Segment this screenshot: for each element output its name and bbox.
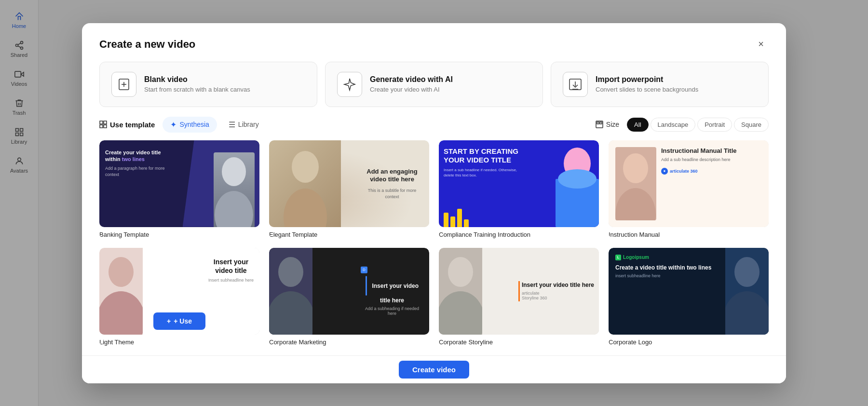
generate-ai-option[interactable]: Generate video with AI Create your video… — [325, 62, 543, 107]
tab-synthesia[interactable]: ✦ Synthesia — [163, 117, 217, 133]
svg-rect-21 — [104, 125, 107, 128]
size-button[interactable]: Size — [596, 121, 619, 128]
filter-portrait[interactable]: Portrait — [697, 118, 732, 132]
template-label-light: Light Theme — [99, 335, 259, 346]
template-thumb-navy: L Logoipsum Create a video title within … — [609, 248, 769, 335]
template-thumb-corporate: Insert your video title here articulateS… — [439, 248, 599, 335]
library-icon: ☰ — [229, 120, 235, 129]
svg-point-35 — [99, 291, 143, 335]
import-ppt-option[interactable]: Import powerpoint Convert slides to scen… — [551, 62, 769, 107]
svg-rect-18 — [100, 121, 103, 124]
ai-generate-icon — [337, 72, 362, 97]
import-ppt-title: Import powerpoint — [596, 75, 698, 84]
create-video-button[interactable]: Create video — [399, 361, 469, 379]
svg-rect-19 — [104, 121, 107, 124]
plus-icon: + — [167, 317, 171, 325]
import-ppt-icon — [563, 72, 588, 97]
template-label-corporate: Corporate Storyline — [439, 335, 599, 346]
svg-point-26 — [215, 191, 253, 227]
template-card-banking[interactable]: Create your video title within two lines… — [99, 140, 259, 238]
template-card-instruction[interactable]: Instructional Manual Title Add a sub hea… — [609, 140, 769, 238]
generate-ai-text: Generate video with AI Create your video… — [370, 75, 453, 93]
tab-library[interactable]: ☰ Library — [221, 117, 267, 133]
filter-all[interactable]: All — [627, 118, 648, 132]
use-template-label: Use template — [110, 121, 155, 129]
toolbar-right: Size All Landscape Portrait Square — [596, 118, 769, 132]
template-toolbar: Use template ✦ Synthesia ☰ Library Size — [99, 117, 769, 133]
creation-options-row: Blank video Start from scratch with a bl… — [82, 62, 786, 117]
svg-point-39 — [439, 291, 482, 335]
svg-point-37 — [269, 291, 312, 335]
modal-overlay[interactable]: Create a new video × Blank video Start f — [0, 0, 868, 406]
svg-point-38 — [448, 257, 473, 287]
svg-point-31 — [558, 169, 597, 189]
blank-video-icon — [111, 72, 136, 97]
svg-point-36 — [278, 257, 303, 287]
template-label-banking: Banking Template — [99, 227, 259, 238]
template-section: Use template ✦ Synthesia ☰ Library Size — [82, 117, 786, 355]
svg-rect-23 — [597, 122, 599, 124]
filter-group: All Landscape Portrait Square — [627, 118, 769, 132]
svg-point-32 — [623, 153, 648, 183]
generate-ai-desc: Create your video with AI — [370, 86, 453, 93]
svg-point-33 — [615, 188, 656, 220]
generate-ai-title: Generate video with AI — [370, 75, 453, 84]
toolbar-left: Use template ✦ Synthesia ☰ Library — [99, 117, 267, 133]
template-thumb-compliance: START BY CREATING YOUR VIDEO TITLE Inser… — [439, 140, 599, 227]
template-card-light[interactable]: Insert yourvideo title Insert subheadlin… — [99, 248, 259, 346]
modal-close-button[interactable]: × — [753, 37, 769, 52]
template-label-instruction: Instruction Manual — [609, 227, 769, 238]
template-grid: Create your video title within two lines… — [99, 140, 769, 355]
modal-title: Create a new video — [99, 38, 195, 51]
bottom-bar: Create video — [82, 355, 786, 383]
svg-point-25 — [222, 157, 246, 186]
template-thumb-elegant: Add an engaging video title here This is… — [269, 140, 429, 227]
size-label: Size — [606, 121, 619, 128]
svg-rect-24 — [600, 122, 602, 124]
template-label-elegant: Elegant Template — [269, 227, 429, 238]
synthesia-icon: ✦ — [170, 120, 176, 129]
blank-video-title: Blank video — [144, 75, 250, 84]
template-label-navy: Corporate Logo — [609, 335, 769, 346]
svg-rect-20 — [100, 125, 103, 128]
filter-square[interactable]: Square — [734, 118, 769, 132]
template-card-navy[interactable]: L Logoipsum Create a video title within … — [609, 248, 769, 346]
svg-point-41 — [725, 291, 769, 335]
template-card-dark[interactable]: D Insert your video title here Add a sub… — [269, 248, 429, 346]
svg-point-34 — [108, 257, 134, 287]
template-thumb-light: Insert yourvideo title Insert subheadlin… — [99, 248, 259, 335]
svg-point-28 — [284, 189, 327, 227]
blank-video-desc: Start from scratch with a blank canvas — [144, 86, 250, 93]
template-thumb-banking: Create your video title within two lines… — [99, 140, 259, 227]
blank-video-option[interactable]: Blank video Start from scratch with a bl… — [99, 62, 317, 107]
filter-landscape[interactable]: Landscape — [651, 118, 696, 132]
modal-header: Create a new video × — [82, 23, 786, 62]
template-label-compliance: Compliance Training Introduction — [439, 227, 599, 238]
template-card-corporate[interactable]: Insert your video title here articulateS… — [439, 248, 599, 346]
svg-point-27 — [292, 151, 319, 183]
import-ppt-text: Import powerpoint Convert slides to scen… — [596, 75, 698, 93]
template-card-elegant[interactable]: Add an engaging video title here This is… — [269, 140, 429, 238]
template-label-dark: Corporate Marketing — [269, 335, 429, 346]
create-video-modal: Create a new video × Blank video Start f — [82, 23, 786, 383]
blank-video-text: Blank video Start from scratch with a bl… — [144, 75, 250, 93]
template-card-compliance[interactable]: START BY CREATING YOUR VIDEO TITLE Inser… — [439, 140, 599, 238]
template-thumb-dark: D Insert your video title here Add a sub… — [269, 248, 429, 335]
close-icon: × — [758, 39, 764, 50]
import-ppt-desc: Convert slides to scene backgrounds — [596, 86, 698, 93]
use-template-button-light[interactable]: + + Use — [153, 312, 205, 330]
template-thumb-instruction: Instructional Manual Title Add a sub hea… — [609, 140, 769, 227]
